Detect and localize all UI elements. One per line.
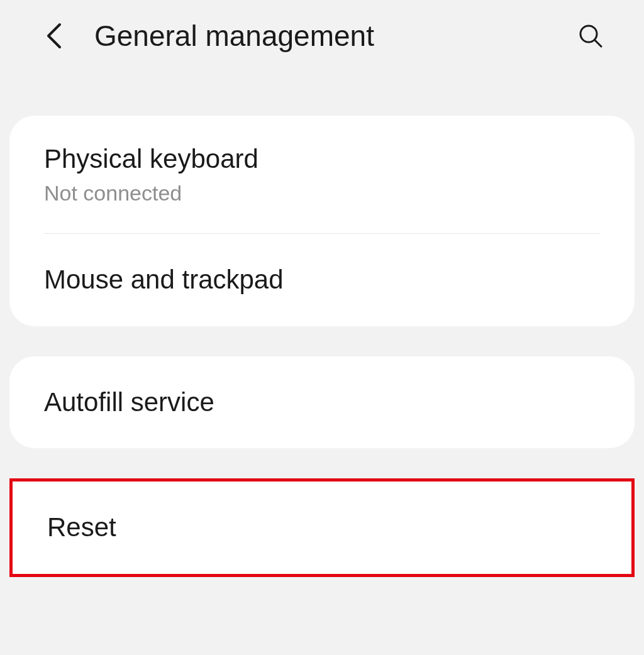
list-item-title: Autofill service [44, 387, 600, 418]
settings-group: Physical keyboard Not connected Mouse an… [9, 116, 635, 326]
header: General management [0, 0, 644, 78]
search-button[interactable] [575, 20, 606, 52]
svg-line-1 [595, 40, 601, 47]
settings-group: Autofill service [9, 356, 635, 448]
chevron-left-icon [45, 22, 62, 50]
search-icon [578, 23, 603, 48]
autofill-service-item[interactable]: Autofill service [9, 356, 635, 448]
list-item-title: Reset [47, 512, 597, 543]
settings-group-highlighted: Reset [9, 478, 635, 576]
physical-keyboard-item[interactable]: Physical keyboard Not connected [9, 116, 635, 233]
page-title: General management [94, 19, 550, 53]
reset-item[interactable]: Reset [13, 482, 631, 573]
mouse-trackpad-item[interactable]: Mouse and trackpad [9, 234, 635, 326]
list-item-subtitle: Not connected [44, 181, 600, 206]
list-item-title: Mouse and trackpad [44, 264, 600, 295]
list-item-title: Physical keyboard [44, 143, 600, 175]
back-button[interactable] [38, 20, 69, 52]
